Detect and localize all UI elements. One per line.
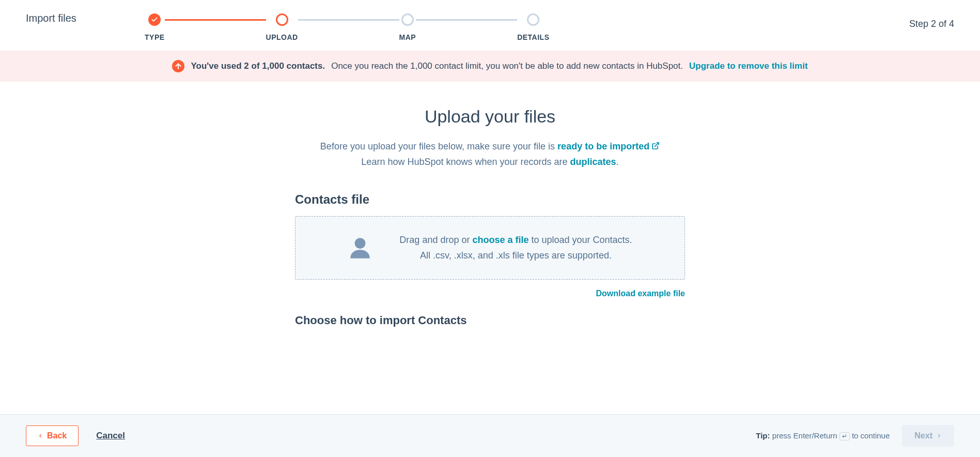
progress-steps: TYPE UPLOAD MAP DETAILS [145,12,550,41]
sub-text: . [616,157,619,167]
step-label: DETAILS [517,33,549,41]
download-example-link[interactable]: Download example file [596,289,685,298]
page-title: Import files [26,12,145,24]
link-text: ready to be imported [557,141,649,151]
dz-line2: All .csv, .xlsx, and .xls file types are… [388,248,643,264]
step-circle-future [401,13,414,26]
main-content: Upload your files Before you upload your… [192,82,788,389]
top-bar: Import files TYPE UPLOAD MAP DETAILS Ste… [0,0,980,51]
dz-text: Drag and drop or [399,235,472,245]
step-details: DETAILS [517,13,549,41]
svg-line-1 [655,143,659,146]
person-icon [347,235,373,261]
ready-to-import-link[interactable]: ready to be imported [557,141,660,151]
dropzone-text: Drag and drop or choose a file to upload… [388,232,664,264]
contacts-file-heading: Contacts file [295,192,685,207]
dz-text: to upload your Contacts. [529,235,632,245]
step-connector [416,19,517,21]
usage-banner: You've used 2 of 1,000 contacts. Once yo… [0,51,980,82]
step-label: TYPE [145,33,165,41]
main-subtitle-2: Learn how HubSpot knows when your record… [295,157,685,167]
step-circle-future [527,13,539,26]
file-dropzone[interactable]: Drag and drop or choose a file to upload… [295,216,685,280]
step-connector [298,19,399,21]
main-title: Upload your files [295,106,685,127]
step-map: MAP [399,13,416,41]
step-circle-active [276,13,288,26]
arrow-up-circle-icon [172,60,184,72]
step-label: UPLOAD [266,33,298,41]
sub-text: Learn how HubSpot knows when your record… [361,157,570,167]
banner-text: Once you reach the 1,000 contact limit, … [331,61,683,71]
step-label: MAP [399,33,416,41]
check-icon [151,16,158,23]
sub-text: Before you upload your files below, make… [320,141,557,151]
banner-bold-text: You've used 2 of 1,000 contacts. [191,61,325,71]
duplicates-link[interactable]: duplicates [570,157,616,167]
import-method-heading: Choose how to import Contacts [295,314,685,327]
choose-file-link[interactable]: choose a file [472,235,528,245]
step-circle-done [148,13,161,26]
upgrade-link[interactable]: Upgrade to remove this limit [689,61,808,71]
step-upload: UPLOAD [266,13,298,41]
external-link-icon [651,142,660,153]
svg-point-2 [355,238,366,249]
download-row: Download example file [295,289,685,298]
step-indicator: Step 2 of 4 [550,12,955,29]
step-connector [165,19,266,21]
step-type: TYPE [145,13,165,41]
main-subtitle-1: Before you upload your files below, make… [295,141,685,153]
